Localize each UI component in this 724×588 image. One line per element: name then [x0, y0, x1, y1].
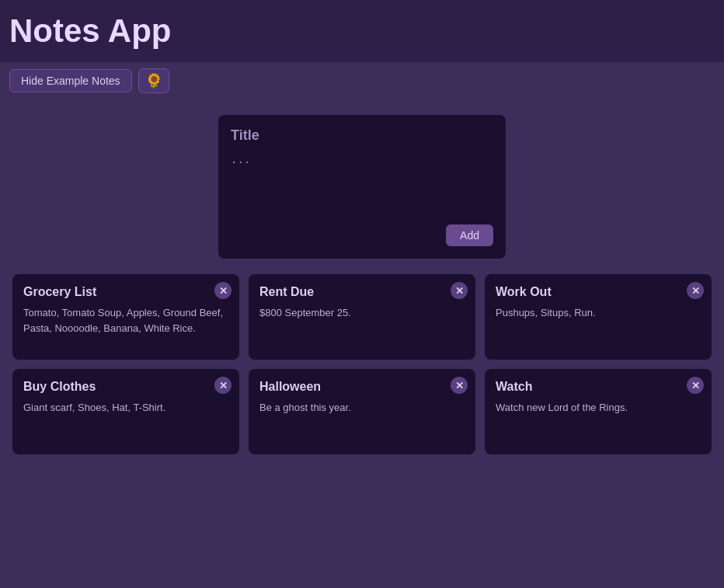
new-note-area: Add: [0, 99, 724, 268]
note-card-buy-clothes: ✕ Buy Clothes Giant scarf, Shoes, Hat, T…: [12, 369, 239, 454]
new-note-form: Add: [218, 115, 506, 259]
hide-example-notes-button[interactable]: Hide Example Notes: [9, 69, 132, 92]
note-card-title-watch: Watch: [496, 380, 701, 394]
note-title-input[interactable]: [231, 127, 493, 144]
close-note-btn-grocery-list[interactable]: ✕: [214, 282, 231, 299]
app-header: Notes App: [0, 0, 724, 62]
note-card-work-out: ✕ Work Out Pushups, Situps, Run.: [485, 274, 712, 360]
note-card-halloween: ✕ Halloween Be a ghost this year.: [249, 369, 475, 454]
note-card-title-rent-due: Rent Due: [259, 285, 465, 299]
close-note-btn-work-out[interactable]: ✕: [687, 282, 704, 299]
note-card-body-work-out: Pushups, Situps, Run.: [496, 305, 701, 321]
note-card-body-rent-due: $800 September 25.: [259, 305, 465, 321]
note-card-grocery-list: ✕ Grocery List Tomato, Tomato Soup, Appl…: [12, 274, 239, 360]
app-title: Notes App: [9, 12, 171, 50]
toolbar: Hide Example Notes 🌻: [0, 62, 724, 99]
notes-grid: ✕ Grocery List Tomato, Tomato Soup, Appl…: [0, 268, 724, 461]
close-note-btn-buy-clothes[interactable]: ✕: [214, 377, 231, 394]
note-card-body-buy-clothes: Giant scarf, Shoes, Hat, T-Shirt.: [23, 400, 228, 416]
theme-toggle-button[interactable]: 🌻: [138, 68, 169, 93]
note-card-title-buy-clothes: Buy Clothes: [23, 380, 228, 394]
close-note-btn-watch[interactable]: ✕: [687, 377, 704, 394]
note-body-input[interactable]: [231, 153, 493, 215]
add-note-button[interactable]: Add: [446, 224, 493, 246]
note-card-title-halloween: Halloween: [259, 380, 465, 394]
close-note-btn-rent-due[interactable]: ✕: [451, 282, 468, 299]
note-card-body-halloween: Be a ghost this year.: [259, 400, 465, 416]
close-note-btn-halloween[interactable]: ✕: [451, 377, 468, 394]
note-card-title-grocery-list: Grocery List: [23, 285, 228, 299]
note-card-body-grocery-list: Tomato, Tomato Soup, Apples, Ground Beef…: [23, 305, 228, 336]
note-card-watch: ✕ Watch Watch new Lord of the Rings.: [485, 369, 712, 454]
note-card-title-work-out: Work Out: [496, 285, 701, 299]
note-card-rent-due: ✕ Rent Due $800 September 25.: [249, 274, 475, 360]
note-card-body-watch: Watch new Lord of the Rings.: [496, 400, 701, 416]
